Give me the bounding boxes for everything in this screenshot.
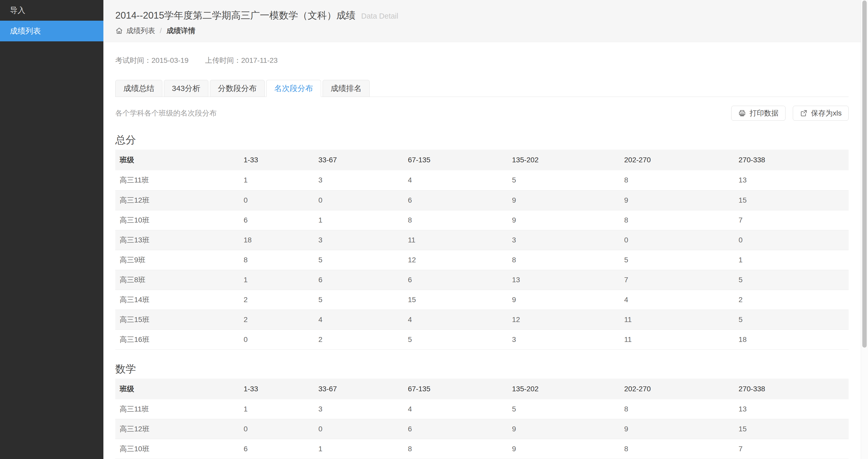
table-cell: 4 xyxy=(403,170,508,190)
column-header: 135-202 xyxy=(508,150,620,170)
table-cell: 15 xyxy=(734,190,848,210)
rank-distribution-table: 班级1-3333-6767-135135-202202-270270-338高三… xyxy=(115,150,848,350)
main-panel: 2014--2015学年度第二学期高三广一模数学（文科）成绩 Data Deta… xyxy=(103,0,868,459)
home-icon xyxy=(115,27,123,35)
table-cell: 9 xyxy=(508,190,620,210)
table-cell: 6 xyxy=(314,270,403,290)
table-cell: 2 xyxy=(314,330,403,349)
table-cell: 高三10班 xyxy=(115,210,239,230)
table-cell: 8 xyxy=(508,250,620,270)
table-cell: 8 xyxy=(403,210,508,230)
section-description: 各个学科各个班级的名次段分布 xyxy=(115,108,217,118)
exam-meta: 考试时间：2015-03-19 上传时间：2017-11-23 xyxy=(115,56,848,65)
table-cell: 高三14班 xyxy=(115,290,239,310)
table-cell: 9 xyxy=(620,419,734,439)
table-cell: 13 xyxy=(508,270,620,290)
sidebar-nav: 导入成绩列表 xyxy=(0,0,103,41)
column-header: 67-135 xyxy=(403,150,508,170)
table-cell: 高三15班 xyxy=(115,310,239,330)
sidebar-item-1[interactable]: 成绩列表 xyxy=(0,21,103,41)
column-header: 202-270 xyxy=(620,378,734,399)
table-cell: 高三9班 xyxy=(115,250,239,270)
table-header-row: 班级1-3333-6767-135135-202202-270270-338 xyxy=(115,378,848,399)
table-cell: 9 xyxy=(508,439,620,459)
table-cell: 2 xyxy=(734,290,848,310)
table-cell: 1 xyxy=(239,270,314,290)
sidebar-item-0[interactable]: 导入 xyxy=(0,0,103,21)
table-cell: 15 xyxy=(734,419,848,439)
column-header: 班级 xyxy=(115,378,239,399)
tab-4[interactable]: 成绩排名 xyxy=(322,80,370,97)
scrollbar-track[interactable] xyxy=(861,0,868,459)
column-header: 270-338 xyxy=(734,378,848,399)
table-cell: 高三11班 xyxy=(115,170,239,190)
title-row: 2014--2015学年度第二学期高三广一模数学（文科）成绩 Data Deta… xyxy=(115,9,856,22)
table-row: 高三11班1345813 xyxy=(115,399,848,419)
tab-0[interactable]: 成绩总结 xyxy=(115,80,162,97)
table-cell: 13 xyxy=(734,170,848,190)
table-cell: 12 xyxy=(403,250,508,270)
table-cell: 9 xyxy=(508,290,620,310)
table-row: 高三9班8512851 xyxy=(115,250,848,270)
table-cell: 7 xyxy=(620,270,734,290)
table-cell: 5 xyxy=(734,310,848,330)
toolbar: 各个学科各个班级的名次段分布 打印数据 xyxy=(115,106,848,121)
tab-3[interactable]: 名次段分布 xyxy=(266,80,321,97)
table-row: 高三14班2515942 xyxy=(115,290,848,310)
table-cell: 高三16班 xyxy=(115,330,239,349)
table-cell: 5 xyxy=(620,250,734,270)
print-data-button[interactable]: 打印数据 xyxy=(731,106,785,121)
table-cell: 18 xyxy=(239,230,314,250)
table-cell: 7 xyxy=(734,210,848,230)
table-cell: 3 xyxy=(314,399,403,419)
table-cell: 11 xyxy=(620,310,734,330)
save-xls-button[interactable]: 保存为xls xyxy=(793,106,848,121)
scrollbar-thumb[interactable] xyxy=(862,1,867,347)
column-header: 1-33 xyxy=(239,150,314,170)
table-cell: 高三12班 xyxy=(115,190,239,210)
table-cell: 1 xyxy=(314,439,403,459)
table-row: 高三8班1661375 xyxy=(115,270,848,290)
table-row: 高三10班618987 xyxy=(115,210,848,230)
table-cell: 1 xyxy=(239,399,314,419)
export-icon xyxy=(800,109,807,117)
table-cell: 11 xyxy=(620,330,734,349)
table-cell: 8 xyxy=(620,399,734,419)
exam-time: 考试时间：2015-03-19 xyxy=(115,56,188,64)
table-cell: 13 xyxy=(734,399,848,419)
page-header: 2014--2015学年度第二学期高三广一模数学（文科）成绩 Data Deta… xyxy=(103,0,868,42)
tab-1[interactable]: 343分析 xyxy=(164,80,208,97)
column-header: 1-33 xyxy=(239,378,314,399)
table-cell: 9 xyxy=(508,210,620,230)
table-cell: 5 xyxy=(734,270,848,290)
sections-container: 总分班级1-3333-6767-135135-202202-270270-338… xyxy=(115,132,848,459)
column-header: 33-67 xyxy=(314,150,403,170)
table-cell: 4 xyxy=(314,310,403,330)
table-row: 高三12班0069915 xyxy=(115,419,848,439)
column-header: 135-202 xyxy=(508,378,620,399)
content-area: 考试时间：2015-03-19 上传时间：2017-11-23 成绩总结343分… xyxy=(103,42,868,459)
table-cell: 6 xyxy=(239,210,314,230)
table-header-row: 班级1-3333-6767-135135-202202-270270-338 xyxy=(115,150,848,170)
table-cell: 15 xyxy=(403,290,508,310)
section-title: 数学 xyxy=(115,362,848,376)
table-cell: 5 xyxy=(508,399,620,419)
table-cell: 8 xyxy=(620,170,734,190)
table-cell: 11 xyxy=(403,230,508,250)
toolbar-buttons: 打印数据 保存为xls xyxy=(731,106,848,121)
tab-2[interactable]: 分数段分布 xyxy=(210,80,265,97)
table-cell: 高三12班 xyxy=(115,419,239,439)
table-cell: 0 xyxy=(239,330,314,349)
table-cell: 1 xyxy=(314,210,403,230)
breadcrumb-link-grade-list[interactable]: 成绩列表 xyxy=(126,26,155,36)
table-cell: 9 xyxy=(620,190,734,210)
table-cell: 5 xyxy=(314,250,403,270)
table-cell: 8 xyxy=(239,250,314,270)
table-cell: 0 xyxy=(239,190,314,210)
table-cell: 18 xyxy=(734,330,848,349)
section-1: 数学班级1-3333-6767-135135-202202-270270-338… xyxy=(115,362,848,459)
table-cell: 7 xyxy=(734,439,848,459)
column-header: 270-338 xyxy=(734,150,848,170)
table-row: 高三12班0069915 xyxy=(115,190,848,210)
breadcrumb-separator: / xyxy=(160,27,162,35)
